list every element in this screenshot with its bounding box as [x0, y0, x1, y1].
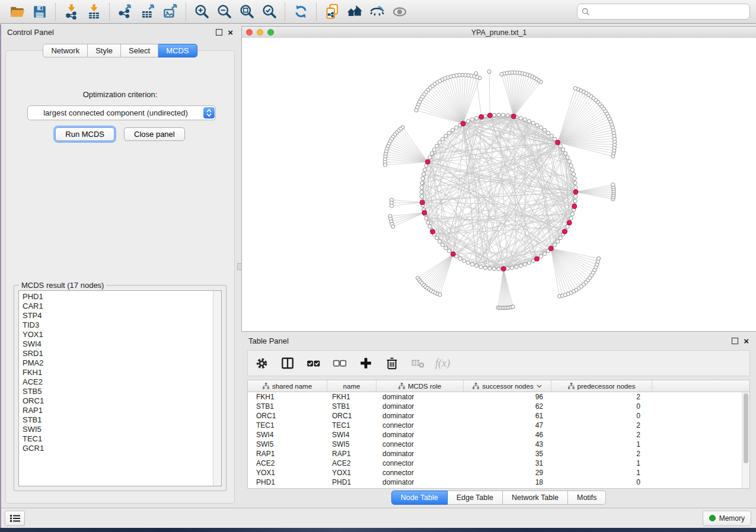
list-item[interactable]: GCR1: [23, 444, 213, 453]
table-tabs: Node TableEdge TableNetwork TableMotifs: [241, 491, 756, 505]
zoom-out-icon[interactable]: [213, 2, 235, 21]
column-header-successor-nodes[interactable]: successor nodes: [464, 380, 551, 392]
desktop-edge-left: [0, 24, 1, 528]
table-row[interactable]: ACE2ACE2connector311: [248, 459, 742, 468]
table-row[interactable]: ORC1ORC1dominator610: [248, 411, 742, 421]
list-item[interactable]: STP4: [23, 311, 213, 321]
clone-network-icon[interactable]: [321, 2, 343, 21]
list-item[interactable]: STB1: [23, 415, 213, 425]
list-item[interactable]: YOX1: [23, 330, 213, 339]
network-canvas[interactable]: [242, 38, 756, 331]
float-table-panel-icon[interactable]: [732, 338, 738, 344]
zoom-in-icon[interactable]: [190, 2, 213, 21]
run-mcds-button[interactable]: Run MCDS: [55, 127, 114, 141]
table-cell: PHD1: [327, 478, 377, 486]
list-item[interactable]: PHD1: [23, 292, 213, 302]
tab-edge-table[interactable]: Edge Table: [448, 491, 503, 505]
list-item[interactable]: RAP1: [23, 406, 213, 415]
list-item[interactable]: PMA2: [23, 358, 213, 368]
deselect-all-icon[interactable]: [331, 354, 349, 372]
table-cell: 0: [551, 412, 652, 420]
memory-button[interactable]: Memory: [703, 511, 751, 526]
show-columns-icon[interactable]: [279, 354, 296, 372]
search-box[interactable]: [577, 4, 750, 20]
list-item[interactable]: SWI5: [23, 425, 213, 434]
list-item[interactable]: TEC1: [23, 434, 213, 444]
hide-annotations-icon[interactable]: [366, 2, 388, 21]
open-file-icon[interactable]: [6, 2, 28, 21]
network-graph: [242, 38, 755, 331]
table-row[interactable]: RAP1RAP1dominator352: [248, 449, 742, 459]
table-row[interactable]: PHD1PHD1dominator180: [248, 477, 742, 487]
table-cell: YOX1: [248, 469, 327, 477]
list-item[interactable]: CAR1: [23, 302, 213, 311]
zoom-selected-icon[interactable]: [258, 2, 280, 21]
table-cell: connector: [377, 440, 464, 448]
list-item[interactable]: STB5: [23, 387, 213, 396]
table-row[interactable]: SWI5SWI5connector431: [248, 440, 742, 449]
table-row[interactable]: SWI4SWI4dominator462: [248, 430, 742, 440]
table-cell: 1: [551, 459, 652, 467]
save-icon[interactable]: [28, 2, 51, 21]
column-header-shared-name[interactable]: shared name: [248, 380, 327, 392]
export-table-icon[interactable]: [136, 2, 159, 21]
network-window: YPA_prune.txt_1: [241, 26, 756, 332]
table-cell: 31: [464, 459, 551, 467]
attribute-icon: [263, 383, 269, 389]
optimization-select[interactable]: largest connected component (undirected): [27, 105, 216, 120]
task-history-button[interactable]: [5, 511, 25, 526]
refresh-icon[interactable]: [289, 2, 312, 21]
tab-motifs[interactable]: Motifs: [568, 491, 606, 505]
table-row[interactable]: FKH1FKH1dominator962: [248, 392, 742, 402]
table-scrollbar[interactable]: [742, 392, 749, 488]
tab-mcds[interactable]: MCDS: [158, 44, 197, 57]
show-eye-icon[interactable]: [388, 2, 411, 21]
neighbors-houses-icon[interactable]: [343, 2, 366, 21]
close-table-panel-icon[interactable]: ×: [744, 338, 749, 344]
select-all-icon[interactable]: [305, 354, 323, 372]
close-panel-icon[interactable]: ×: [228, 30, 233, 36]
sort-desc-icon: [537, 384, 542, 388]
export-image-icon[interactable]: [159, 2, 181, 21]
list-item[interactable]: ORC1: [23, 396, 213, 406]
mcds-list-scrollbar[interactable]: [213, 291, 221, 486]
table-row[interactable]: STB1STB1dominator620: [248, 402, 742, 411]
import-table-icon[interactable]: [82, 2, 105, 21]
delete-column-icon[interactable]: [383, 354, 401, 372]
tab-style[interactable]: Style: [88, 44, 121, 57]
close-panel-button[interactable]: Close panel: [124, 127, 185, 141]
memory-label: Memory: [719, 514, 745, 523]
list-item[interactable]: FKH1: [23, 368, 213, 377]
list-item[interactable]: TID3: [23, 321, 213, 330]
list-item[interactable]: SWI4: [23, 339, 213, 349]
tab-node-table[interactable]: Node Table: [391, 491, 448, 505]
column-header-filler: [652, 380, 749, 392]
export-network-icon[interactable]: [114, 2, 136, 21]
mcds-result-list[interactable]: PHD1CAR1STP4TID3YOX1SWI4SRD1PMA2FKH1ACE2…: [18, 290, 222, 486]
table-cell: dominator: [377, 431, 464, 439]
tab-network-table[interactable]: Network Table: [503, 491, 568, 505]
table-row[interactable]: YOX1YOX1connector291: [248, 468, 742, 477]
table-cell: TEC1: [248, 421, 327, 430]
table-cell: FKH1: [248, 393, 327, 401]
column-header-name[interactable]: name: [327, 380, 377, 392]
float-panel-icon[interactable]: [216, 29, 222, 36]
import-network-icon[interactable]: [60, 2, 82, 21]
list-item[interactable]: ACE2: [23, 377, 213, 387]
table-header: shared namenameMCDS rolesuccessor nodesp…: [248, 380, 749, 392]
tab-network[interactable]: Network: [43, 44, 88, 57]
search-input[interactable]: [593, 7, 745, 17]
zoom-fit-icon[interactable]: [235, 2, 258, 21]
tab-select[interactable]: Select: [121, 44, 158, 57]
toolbar-separator: [109, 3, 110, 21]
table-row[interactable]: TEC1TEC1connector472: [248, 421, 742, 430]
list-item[interactable]: SRD1: [23, 349, 213, 358]
control-panel: Control Panel × NetworkStyleSelectMCDS O…: [1, 24, 239, 508]
mcds-result-title: MCDS result (17 nodes): [19, 281, 106, 290]
table-settings-gear-icon[interactable]: [253, 354, 270, 372]
table-cell: 0: [551, 402, 652, 411]
column-header-predecessor-nodes[interactable]: predecessor nodes: [551, 380, 652, 392]
add-column-icon[interactable]: [357, 354, 375, 372]
column-header-MCDS-role[interactable]: MCDS role: [377, 380, 464, 392]
status-bar: Memory: [0, 508, 756, 528]
